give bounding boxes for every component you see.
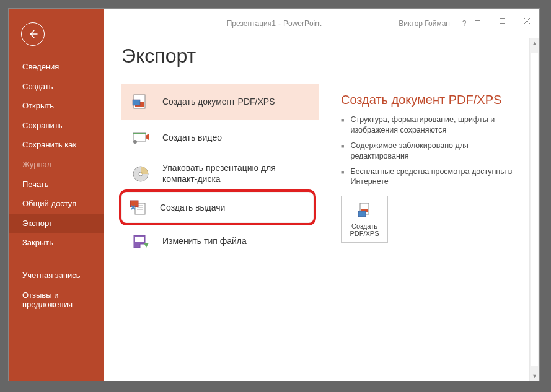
nav-save[interactable]: Сохранить bbox=[9, 116, 104, 136]
detail-bullet: Структура, форматирование, шрифты и изоб… bbox=[341, 115, 524, 136]
export-filetype-label: Изменить тип файла bbox=[162, 236, 247, 246]
nav-export[interactable]: Экспорт bbox=[9, 214, 104, 233]
pdf-icon bbox=[130, 91, 151, 112]
scroll-thumb[interactable] bbox=[531, 53, 538, 366]
nav-info[interactable]: Сведения bbox=[9, 57, 104, 77]
nav-list: Сведения Создать Открыть Сохранить Сохра… bbox=[9, 57, 104, 315]
export-package-cd[interactable]: Упаковать презентацию для компакт-диска bbox=[121, 155, 319, 192]
export-cd-label: Упаковать презентацию для компакт-диска bbox=[162, 163, 310, 185]
backstage-window: Презентация1 - PowerPoint Виктор Гойман … bbox=[9, 9, 539, 381]
back-button[interactable] bbox=[21, 22, 45, 46]
nav-share[interactable]: Общий доступ bbox=[9, 194, 104, 214]
detail-bullet: Содержимое заблокировано для редактирова… bbox=[341, 141, 524, 162]
export-pdf-label: Создать документ PDF/XPS bbox=[162, 97, 275, 107]
scroll-down-arrow[interactable]: ▼ bbox=[530, 371, 539, 381]
export-video-label: Создать видео bbox=[162, 133, 222, 142]
create-pdf-xps-button[interactable]: Создать PDF/XPS bbox=[341, 196, 388, 243]
export-detail-column: Создать документ PDF/XPS Структура, форм… bbox=[320, 45, 524, 381]
svg-point-9 bbox=[133, 140, 137, 144]
export-options-column: Экспорт Создать документ PDF/XPS Создать… bbox=[121, 45, 320, 381]
export-pdf-xps[interactable]: Создать документ PDF/XPS bbox=[121, 84, 319, 120]
svg-rect-6 bbox=[133, 100, 140, 105]
svg-rect-17 bbox=[135, 237, 144, 242]
page-title: Экспорт bbox=[121, 45, 320, 68]
nav-save-as[interactable]: Сохранить как bbox=[9, 135, 104, 155]
nav-open[interactable]: Открыть bbox=[9, 96, 104, 116]
pdf-large-icon bbox=[355, 201, 374, 220]
handout-icon bbox=[128, 197, 149, 218]
export-video[interactable]: Создать видео bbox=[121, 120, 319, 155]
disc-icon bbox=[130, 163, 151, 185]
nav-account[interactable]: Учетная запись bbox=[9, 266, 104, 285]
vertical-scrollbar[interactable]: ▲ ▼ bbox=[529, 38, 539, 381]
nav-close[interactable]: Закрыть bbox=[9, 233, 104, 253]
export-handouts-label: Создать выдачи bbox=[160, 203, 225, 212]
detail-bullet: Бесплатные средства просмотра доступны в… bbox=[341, 167, 524, 188]
nav-separator bbox=[16, 259, 97, 259]
export-handouts[interactable]: Создать выдачи bbox=[119, 189, 316, 225]
change-file-type-icon bbox=[130, 230, 151, 251]
nav-feedback[interactable]: Отзывы и предложения bbox=[9, 285, 104, 315]
svg-rect-20 bbox=[358, 211, 366, 217]
main-content: Экспорт Создать документ PDF/XPS Создать… bbox=[104, 9, 539, 381]
detail-title: Создать документ PDF/XPS bbox=[341, 93, 524, 107]
nav-print[interactable]: Печать bbox=[9, 175, 104, 194]
nav-history: Журнал bbox=[9, 155, 104, 175]
svg-rect-8 bbox=[133, 133, 146, 134]
backstage-sidebar: Сведения Создать Открыть Сохранить Сохра… bbox=[9, 9, 104, 381]
video-icon bbox=[130, 127, 151, 148]
scroll-up-arrow[interactable]: ▲ bbox=[530, 38, 539, 48]
action-label: Создать PDF/XPS bbox=[342, 222, 387, 238]
back-arrow-icon bbox=[27, 28, 38, 40]
export-change-file-type[interactable]: Изменить тип файла bbox=[121, 223, 319, 259]
nav-new[interactable]: Создать bbox=[9, 77, 104, 97]
